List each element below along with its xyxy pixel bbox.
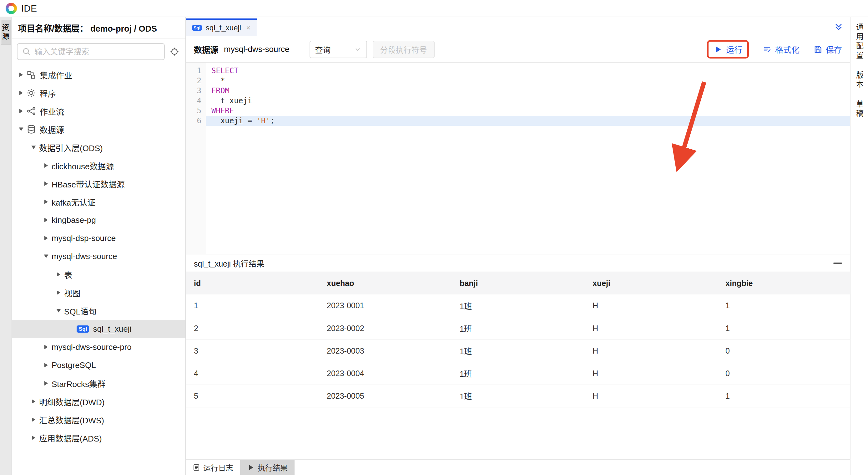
tree-caret-icon[interactable] [57,272,60,277]
tree-item-集成作业[interactable]: 集成作业 [12,66,185,84]
left-rail-tab-resources[interactable]: 资源 [1,20,11,44]
tree-caret-icon[interactable] [44,181,48,186]
tree-item-明细数据层(DWD)[interactable]: 明细数据层(DWD) [12,392,185,411]
tree-item-StarRocks集群[interactable]: StarRocks集群 [12,374,185,392]
tree-item-sql_t_xueji[interactable]: Sqlsql_t_xueji [12,320,185,338]
table-cell: H [584,362,717,385]
collapse-minus-icon[interactable] [833,263,842,264]
main-area: Sql sql_t_xueji × 数据源 mysql-dws-source 查… [186,17,850,475]
code-line-3: FROM [206,86,850,96]
table-cell: 1班 [452,294,584,317]
tree-item-数据引入层(ODS)[interactable]: 数据引入层(ODS) [12,138,185,156]
tree-caret-icon[interactable] [44,164,48,168]
tree-item-数据源[interactable]: 数据源 [12,120,185,138]
rail-divider [855,66,864,66]
datasource-value: mysql-dws-source [224,44,289,54]
format-button[interactable]: 格式化 [763,43,800,55]
line-number: 4 [186,96,202,106]
tree-item-label: clickhouse数据源 [52,160,114,172]
bottom-tab-label: 执行结果 [258,462,288,473]
table-cell: 2023-0004 [319,362,452,385]
tree-caret-icon[interactable] [20,109,23,113]
tree-caret-icon[interactable] [57,309,61,313]
tree-caret-icon[interactable] [32,436,35,440]
table-cell: 2023-0005 [319,385,452,407]
tree-caret-icon[interactable] [44,255,49,258]
tree-item-kafka无认证[interactable]: kafka无认证 [12,193,185,211]
locate-icon[interactable] [168,46,180,58]
editor-tab-bar: Sql sql_t_xueji × [186,17,850,36]
tree-item-label: SQL语句 [64,305,97,317]
tree-item-label: mysql-dws-source-pro [52,342,132,352]
code-line-5: WHERE [206,106,850,116]
tree-caret-icon[interactable] [57,290,60,295]
sidebar-project-header: 项目名称/数据层： demo-proj / ODS [12,17,185,39]
code-area: SELECT *FROM t_xuejiWHERE xueji = 'H'; [206,63,850,254]
code-token: SELECT [211,66,239,75]
search-input[interactable] [34,47,160,56]
tree-caret-icon[interactable] [44,200,48,204]
workflow-icon [27,107,36,116]
bottom-tab-bar: 运行日志执行结果 [186,459,850,475]
table-cell: 1 [717,385,850,407]
tree-item-kingbase-pg[interactable]: kingbase-pg [12,211,185,229]
table-row: 12023-00011班H1 [186,294,850,317]
app-title: IDE [21,3,37,14]
bottom-tab-执行结果[interactable]: 执行结果 [240,460,294,475]
tree-item-clickhouse数据源[interactable]: clickhouse数据源 [12,156,185,175]
tree-caret-icon[interactable] [44,345,48,349]
tree-item-作业流[interactable]: 作业流 [12,102,185,120]
right-rail-item-版本[interactable]: 版本 [854,67,865,94]
table-cell: 1班 [452,339,584,362]
right-rail: 通用配置版本草稿 [850,17,868,475]
code-token: * [211,76,225,85]
tree-item-mysql-dws-source-pro[interactable]: mysql-dws-source-pro [12,338,185,356]
bottom-tab-运行日志[interactable]: 运行日志 [186,460,240,475]
tree-item-汇总数据层(DWS)[interactable]: 汇总数据层(DWS) [12,411,185,429]
tree-item-label: mysql-dws-source [52,251,117,261]
tree-caret-icon[interactable] [19,128,24,131]
save-button[interactable]: 保存 [813,43,842,55]
tree-caret-icon[interactable] [44,381,48,386]
tree-item-PostgreSQL[interactable]: PostgreSQL [12,356,185,374]
table-cell: H [584,339,717,362]
tree-item-label: 应用数据层(ADS) [39,432,102,444]
tree-item-mysql-dsp-source[interactable]: mysql-dsp-source [12,229,185,247]
tree-item-程序[interactable]: 程序 [12,84,185,102]
editor-tab-active[interactable]: Sql sql_t_xueji × [186,19,257,36]
sql-file-icon: Sql [192,25,202,31]
run-button[interactable]: 运行 [714,43,742,55]
tree-caret-icon[interactable] [32,417,35,422]
right-rail-item-通用配置[interactable]: 通用配置 [854,20,865,64]
tree-item-mysql-dws-source[interactable]: mysql-dws-source [12,247,185,265]
tree-item-label: 程序 [40,87,56,99]
table-cell: 5 [186,385,319,407]
format-button-label: 格式化 [775,43,800,55]
tree-item-HBase带认证数据源[interactable]: HBase带认证数据源 [12,175,185,193]
tree-caret-icon[interactable] [44,363,48,367]
segment-symbol-button[interactable]: 分段执行符号 [373,41,435,58]
chevron-double-down-icon[interactable] [834,22,850,36]
tree-caret-icon[interactable] [32,146,36,149]
tree-item-SQL语句[interactable]: SQL语句 [12,302,185,320]
code-line-6: xueji = 'H'; [206,116,850,126]
right-rail-item-草稿[interactable]: 草稿 [854,96,865,123]
table-cell: 0 [717,339,850,362]
tree-item-表[interactable]: 表 [12,265,185,284]
sql-code-editor[interactable]: 123456 SELECT *FROM t_xuejiWHERE xueji =… [186,63,850,254]
tree-item-应用数据层(ADS)[interactable]: 应用数据层(ADS) [12,429,185,447]
query-type-select[interactable]: 查询 [310,41,367,58]
table-row: 32023-00031班H0 [186,339,850,362]
tree-item-视图[interactable]: 视图 [12,284,185,302]
tree-caret-icon[interactable] [44,236,48,240]
tree-caret-icon[interactable] [20,91,23,95]
tree-caret-icon[interactable] [32,399,35,404]
tree-item-label: HBase带认证数据源 [52,178,125,189]
table-cell: 1 [186,294,319,317]
search-box[interactable] [17,43,165,60]
project-label: 项目名称/数据层： [18,24,88,33]
tab-close-icon[interactable]: × [246,24,250,32]
tree-caret-icon[interactable] [20,72,23,77]
tree-item-label: kingbase-pg [52,215,96,225]
tree-caret-icon[interactable] [44,218,48,222]
